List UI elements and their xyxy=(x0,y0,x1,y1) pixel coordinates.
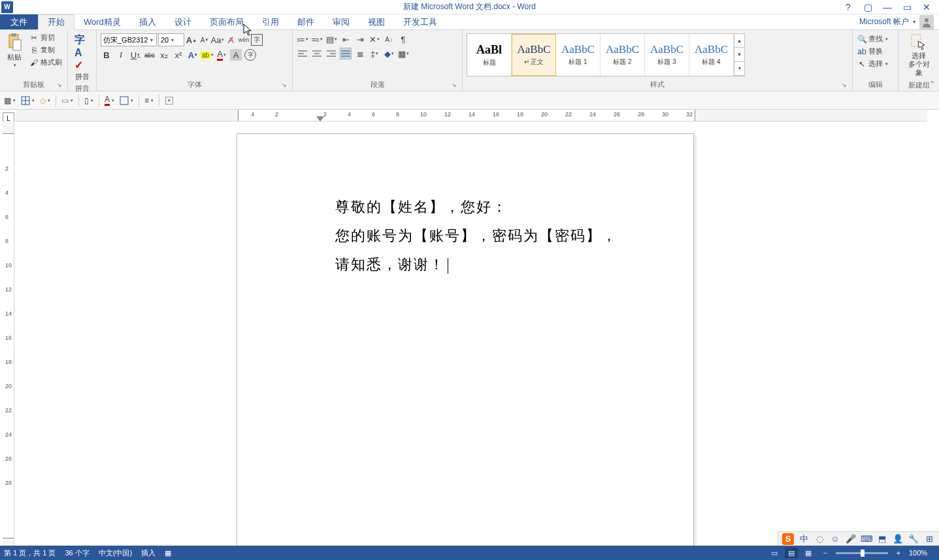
tab-home[interactable]: 开始 xyxy=(38,14,74,30)
zoom-in-button[interactable]: + xyxy=(892,548,905,558)
qat-draw-table[interactable]: ▦▾ xyxy=(4,96,16,105)
tray-punct-icon[interactable]: ◌ xyxy=(814,533,825,545)
minimize-button[interactable]: — xyxy=(881,2,893,12)
underline-button[interactable]: U▾ xyxy=(129,49,141,61)
style-item[interactable]: AaBbC↵ 正文 xyxy=(512,34,556,76)
char-shading-button[interactable]: A xyxy=(230,49,242,61)
enclosed-char-button[interactable]: 字 xyxy=(244,49,256,61)
format-painter-button[interactable]: 🖌格式刷 xyxy=(27,57,64,68)
font-color-button[interactable]: A▾ xyxy=(216,49,227,61)
tray-emoji-icon[interactable]: ☺ xyxy=(829,533,841,545)
italic-button[interactable]: I xyxy=(115,49,127,61)
phonetic-guide-button[interactable]: wén xyxy=(238,34,250,46)
find-button[interactable]: 🔍查找▾ xyxy=(855,33,890,44)
bold-button[interactable]: B xyxy=(101,49,112,61)
tray-apps-icon[interactable]: ⊞ xyxy=(923,533,935,545)
style-item[interactable]: AaBbC标题 3 xyxy=(645,34,689,76)
select-button[interactable]: ↖选择▾ xyxy=(855,58,890,69)
clear-format-button[interactable]: A̸ xyxy=(225,34,237,46)
decrease-indent-button[interactable]: ⇤ xyxy=(340,33,352,45)
document-content[interactable]: 尊敬的【姓名】，您好： 您的账号为【账号】，密码为【密码】， 请知悉，谢谢！ xyxy=(237,134,693,279)
tray-mic-icon[interactable]: 🎤 xyxy=(845,533,857,545)
pinyin-button[interactable]: 字A✓ 拼音 xyxy=(71,32,93,82)
tab-developer[interactable]: 开发工具 xyxy=(394,14,446,29)
shrink-font-button[interactable]: A▼ xyxy=(199,34,210,46)
multilevel-button[interactable]: ▤▾ xyxy=(325,33,337,45)
collapse-ribbon-button[interactable]: ⌃ xyxy=(929,80,935,88)
zoom-slider[interactable] xyxy=(836,552,888,554)
highlight-button[interactable]: ab▾ xyxy=(201,49,213,61)
distribute-button[interactable]: ≣ xyxy=(354,48,366,59)
tray-grid-icon[interactable]: ⬒ xyxy=(876,533,888,545)
qat-align[interactable]: ≡▾ xyxy=(144,96,154,105)
paragraph-launcher[interactable]: ↘ xyxy=(450,82,458,90)
justify-button[interactable] xyxy=(340,48,352,59)
close-button[interactable]: ✕ xyxy=(921,2,932,12)
help-button[interactable]: ? xyxy=(842,2,854,12)
numbering-button[interactable]: ≕▾ xyxy=(311,33,323,45)
horizontal-ruler[interactable]: 422468101214161820222426283032 xyxy=(16,110,927,122)
vertical-ruler[interactable]: 246810121416182022242628 xyxy=(3,122,14,548)
tab-design[interactable]: 设计 xyxy=(165,14,201,29)
styles-launcher[interactable]: ↘ xyxy=(840,82,848,90)
indent-marker-icon[interactable] xyxy=(316,116,324,122)
replace-button[interactable]: ab替换 xyxy=(855,46,890,57)
tab-review[interactable]: 审阅 xyxy=(323,14,359,29)
select-objects-button[interactable]: 选择多个对象 xyxy=(901,32,936,79)
cut-button[interactable]: ✂剪切 xyxy=(27,32,64,43)
tab-insert[interactable]: 插入 xyxy=(130,14,165,29)
view-print-button[interactable]: ▤ xyxy=(785,548,798,558)
strike-button[interactable]: abc xyxy=(144,49,156,61)
view-web-button[interactable]: ▦ xyxy=(802,548,815,558)
tray-keyboard-icon[interactable]: ⌨ xyxy=(861,533,872,545)
gallery-up[interactable]: ▲ xyxy=(734,34,744,48)
tray-sogou-icon[interactable]: S xyxy=(782,533,794,545)
subscript-button[interactable]: x₂ xyxy=(158,49,170,61)
tray-tool-icon[interactable]: 🔧 xyxy=(908,533,919,545)
status-language[interactable]: 中文(中国) xyxy=(99,548,132,558)
maximize-button[interactable]: ▭ xyxy=(901,2,913,12)
tab-layout[interactable]: 页面布局 xyxy=(201,14,253,29)
char-border-button[interactable]: 字 xyxy=(251,34,263,46)
status-page[interactable]: 第 1 页，共 1 页 xyxy=(4,548,56,558)
qat-fontcolor[interactable]: A▾ xyxy=(105,95,114,106)
qat-table[interactable]: ▾ xyxy=(21,96,35,105)
text-effects-button[interactable]: A▾ xyxy=(187,49,199,61)
status-macro-icon[interactable]: ▦ xyxy=(165,549,171,557)
tab-file[interactable]: 文件 xyxy=(0,14,38,29)
qat-border[interactable]: ▾ xyxy=(120,96,133,105)
clipboard-launcher[interactable]: ↘ xyxy=(56,82,63,90)
ribbon-options-button[interactable]: ▢ xyxy=(862,2,874,12)
tray-ime-icon[interactable]: 中 xyxy=(798,533,810,545)
copy-button[interactable]: ⎘复制 xyxy=(27,44,64,56)
tab-mailings[interactable]: 邮件 xyxy=(288,14,323,29)
increase-indent-button[interactable]: ⇥ xyxy=(354,33,366,45)
sort-button[interactable]: A↓ xyxy=(383,33,395,45)
bullets-button[interactable]: ≔▾ xyxy=(297,33,308,45)
qat-shape[interactable]: ◇▾ xyxy=(40,96,50,105)
document-area[interactable]: 尊敬的【姓名】，您好： 您的账号为【账号】，密码为【密码】， 请知悉，谢谢！ xyxy=(16,122,939,548)
line-spacing-button[interactable]: ‡▾ xyxy=(369,48,380,59)
align-left-button[interactable] xyxy=(297,48,308,59)
change-case-button[interactable]: Aa▾ xyxy=(212,34,223,46)
gallery-more[interactable]: ▾ xyxy=(734,62,744,76)
tray-login-icon[interactable]: 👤 xyxy=(892,533,904,545)
asian-layout-button[interactable]: ✕▾ xyxy=(369,33,380,45)
style-item[interactable]: AaBbC标题 4 xyxy=(689,34,734,76)
gallery-down[interactable]: ▼ xyxy=(734,48,744,61)
shading-button[interactable]: ◆▾ xyxy=(383,48,395,59)
borders-button[interactable]: ▦▾ xyxy=(397,48,409,59)
paste-button[interactable]: 粘贴 ▾ xyxy=(3,32,26,69)
style-item[interactable]: AaBbC标题 1 xyxy=(556,34,601,76)
zoom-level[interactable]: 100% xyxy=(909,549,935,557)
font-name-combo[interactable]: 仿宋_GB2312▾ xyxy=(101,33,157,46)
font-launcher[interactable]: ↘ xyxy=(280,82,288,90)
style-item[interactable]: AaBl标题 xyxy=(467,34,512,76)
status-words[interactable]: 36 个字 xyxy=(65,548,89,558)
tab-view[interactable]: 视图 xyxy=(359,14,394,29)
style-item[interactable]: AaBbC标题 2 xyxy=(601,34,645,76)
grow-font-button[interactable]: A▲ xyxy=(186,34,197,46)
tab-references[interactable]: 引用 xyxy=(253,14,288,29)
status-mode[interactable]: 插入 xyxy=(141,548,156,558)
superscript-button[interactable]: x² xyxy=(173,49,184,61)
